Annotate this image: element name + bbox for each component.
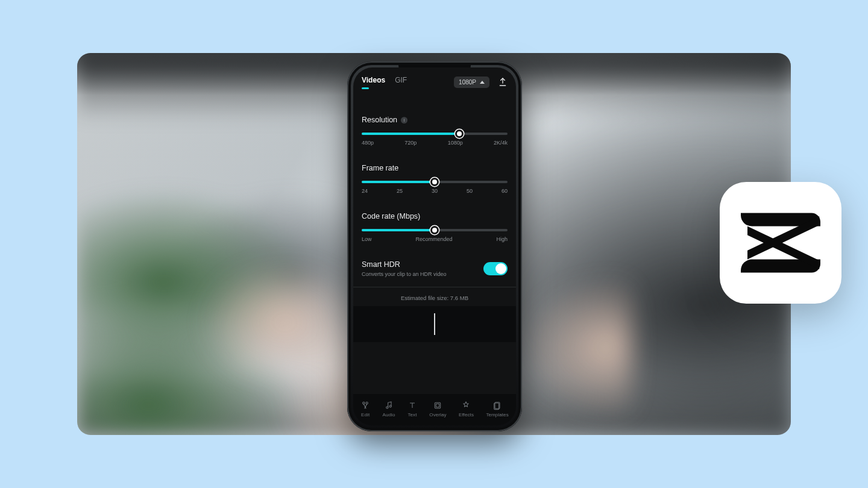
tool-audio[interactable]: Audio bbox=[383, 401, 395, 418]
tick-24: 24 bbox=[362, 188, 368, 194]
tool-edit[interactable]: Edit bbox=[360, 401, 370, 418]
tick-1080p: 1080p bbox=[448, 140, 463, 146]
svg-point-2 bbox=[386, 407, 388, 408]
smarthdr-group: Smart HDR Converts your clip to an HDR v… bbox=[362, 260, 508, 277]
info-icon[interactable]: i bbox=[401, 117, 407, 124]
coderate-group: Code rate (Mbps) Low Recommended High bbox=[362, 212, 508, 242]
tick-60: 60 bbox=[502, 188, 508, 194]
smarthdr-label-text: Smart HDR bbox=[362, 260, 400, 269]
divider bbox=[353, 287, 516, 287]
coderate-slider-fill bbox=[362, 229, 435, 231]
tab-gif[interactable]: GIF bbox=[395, 76, 407, 88]
framerate-label-text: Frame rate bbox=[362, 164, 398, 172]
framerate-label: Frame rate bbox=[362, 164, 508, 172]
tick-recommended: Recommended bbox=[415, 236, 452, 242]
canvas: Videos GIF 1080P bbox=[0, 0, 868, 488]
resolution-slider-fill bbox=[362, 133, 459, 135]
coderate-label: Code rate (Mbps) bbox=[362, 212, 508, 221]
smarthdr-subtext: Converts your clip to an HDR video bbox=[362, 271, 447, 277]
tab-videos[interactable]: Videos bbox=[362, 76, 385, 88]
capcut-app-badge bbox=[720, 182, 841, 304]
tool-edit-label: Edit bbox=[361, 412, 370, 418]
tick-720p: 720p bbox=[404, 140, 417, 146]
coderate-slider[interactable] bbox=[362, 229, 508, 231]
tick-high: High bbox=[496, 236, 508, 242]
tool-templates-label: Templates bbox=[486, 412, 508, 418]
framerate-slider-fill bbox=[362, 181, 435, 183]
tick-30: 30 bbox=[432, 188, 438, 194]
framerate-slider-thumb[interactable] bbox=[430, 178, 439, 186]
export-topbar: Videos GIF 1080P bbox=[353, 67, 516, 92]
playhead-icon bbox=[434, 313, 435, 335]
export-settings-panel: Resolution i 480p 720p 1080p 2K/4k bbox=[353, 92, 516, 348]
framerate-ticks: 24 25 30 50 60 bbox=[362, 188, 508, 194]
svg-rect-4 bbox=[435, 402, 441, 408]
tick-50: 50 bbox=[467, 188, 473, 194]
tool-text-label: Text bbox=[407, 412, 417, 418]
svg-point-3 bbox=[389, 405, 391, 407]
tick-25: 25 bbox=[397, 188, 403, 194]
coderate-slider-thumb[interactable] bbox=[430, 226, 439, 234]
svg-point-0 bbox=[363, 402, 365, 404]
bottom-toolbar: Edit Audio Text Overlay Effects bbox=[353, 394, 516, 425]
resolution-slider-thumb[interactable] bbox=[455, 130, 464, 138]
capcut-logo-icon bbox=[735, 210, 826, 276]
resolution-group: Resolution i 480p 720p 1080p 2K/4k bbox=[362, 116, 508, 146]
caret-up-icon bbox=[480, 81, 485, 84]
resolution-dropdown-label: 1080P bbox=[459, 79, 476, 86]
framerate-group: Frame rate 24 25 30 50 60 bbox=[362, 164, 508, 194]
tick-low: Low bbox=[362, 236, 372, 242]
smarthdr-label: Smart HDR bbox=[362, 260, 447, 269]
tool-templates[interactable]: Templates bbox=[486, 401, 508, 418]
tool-overlay[interactable]: Overlay bbox=[429, 401, 446, 418]
tool-effects-label: Effects bbox=[459, 412, 474, 418]
coderate-ticks: Low Recommended High bbox=[362, 236, 508, 242]
tool-effects[interactable]: Effects bbox=[459, 401, 474, 418]
svg-rect-5 bbox=[436, 404, 439, 407]
tick-2k4k: 2K/4k bbox=[494, 140, 508, 146]
toggle-knob bbox=[495, 263, 506, 274]
estimated-size: Estimated file size: 7.6 MB bbox=[362, 293, 508, 306]
export-icon[interactable] bbox=[498, 77, 508, 87]
resolution-dropdown-button[interactable]: 1080P bbox=[454, 77, 489, 88]
format-tabs: Videos GIF bbox=[362, 76, 407, 88]
resolution-slider[interactable] bbox=[362, 133, 508, 135]
tool-text[interactable]: Text bbox=[407, 401, 417, 418]
resolution-label-text: Resolution bbox=[362, 116, 397, 124]
tick-480p: 480p bbox=[362, 140, 374, 146]
resolution-ticks: 480p 720p 1080p 2K/4k bbox=[362, 140, 508, 146]
phone-frame: Videos GIF 1080P bbox=[347, 61, 522, 431]
smarthdr-toggle[interactable] bbox=[483, 262, 508, 275]
framerate-slider[interactable] bbox=[362, 181, 508, 183]
phone-screen: Videos GIF 1080P bbox=[353, 67, 516, 425]
svg-point-1 bbox=[366, 402, 368, 404]
resolution-label: Resolution i bbox=[362, 116, 508, 124]
coderate-label-text: Code rate (Mbps) bbox=[362, 212, 420, 221]
tool-audio-label: Audio bbox=[383, 412, 395, 418]
tool-overlay-label: Overlay bbox=[429, 412, 446, 418]
timeline-preview[interactable] bbox=[353, 306, 516, 342]
